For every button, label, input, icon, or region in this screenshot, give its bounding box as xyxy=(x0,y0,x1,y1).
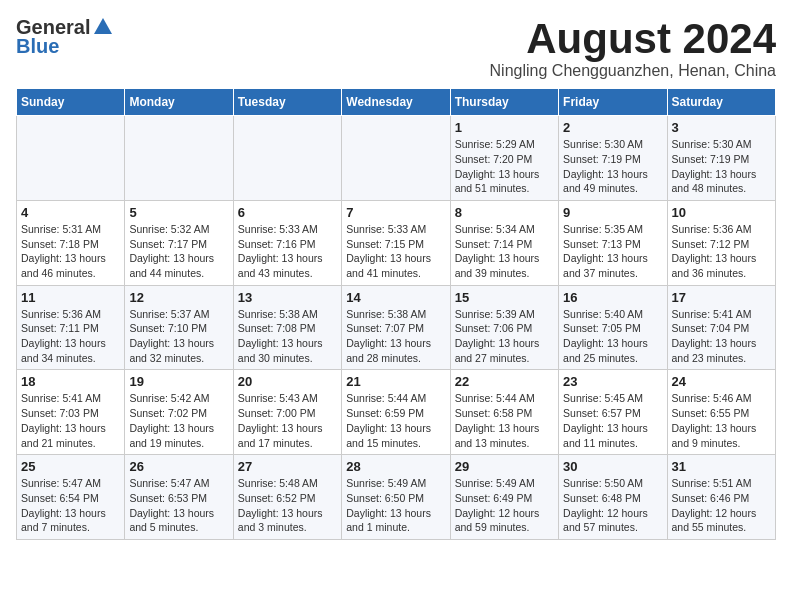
day-info: Sunrise: 5:34 AMSunset: 7:14 PMDaylight:… xyxy=(455,222,554,281)
calendar-cell: 16Sunrise: 5:40 AMSunset: 7:05 PMDayligh… xyxy=(559,285,667,370)
header-wednesday: Wednesday xyxy=(342,89,450,116)
logo: General Blue xyxy=(16,16,114,58)
day-info: Sunrise: 5:33 AMSunset: 7:16 PMDaylight:… xyxy=(238,222,337,281)
header-tuesday: Tuesday xyxy=(233,89,341,116)
header-monday: Monday xyxy=(125,89,233,116)
day-info: Sunrise: 5:35 AMSunset: 7:13 PMDaylight:… xyxy=(563,222,662,281)
calendar-cell: 31Sunrise: 5:51 AMSunset: 6:46 PMDayligh… xyxy=(667,455,775,540)
day-number: 13 xyxy=(238,290,337,305)
day-info: Sunrise: 5:41 AMSunset: 7:04 PMDaylight:… xyxy=(672,307,771,366)
svg-marker-0 xyxy=(94,18,112,34)
day-number: 11 xyxy=(21,290,120,305)
calendar-cell: 29Sunrise: 5:49 AMSunset: 6:49 PMDayligh… xyxy=(450,455,558,540)
day-info: Sunrise: 5:41 AMSunset: 7:03 PMDaylight:… xyxy=(21,391,120,450)
day-info: Sunrise: 5:49 AMSunset: 6:50 PMDaylight:… xyxy=(346,476,445,535)
calendar-week-1: 1Sunrise: 5:29 AMSunset: 7:20 PMDaylight… xyxy=(17,116,776,201)
header-saturday: Saturday xyxy=(667,89,775,116)
header-thursday: Thursday xyxy=(450,89,558,116)
day-info: Sunrise: 5:48 AMSunset: 6:52 PMDaylight:… xyxy=(238,476,337,535)
day-number: 3 xyxy=(672,120,771,135)
day-info: Sunrise: 5:51 AMSunset: 6:46 PMDaylight:… xyxy=(672,476,771,535)
header-sunday: Sunday xyxy=(17,89,125,116)
day-number: 5 xyxy=(129,205,228,220)
calendar-cell: 9Sunrise: 5:35 AMSunset: 7:13 PMDaylight… xyxy=(559,200,667,285)
day-number: 22 xyxy=(455,374,554,389)
calendar-week-4: 18Sunrise: 5:41 AMSunset: 7:03 PMDayligh… xyxy=(17,370,776,455)
calendar-cell: 1Sunrise: 5:29 AMSunset: 7:20 PMDaylight… xyxy=(450,116,558,201)
calendar-cell: 26Sunrise: 5:47 AMSunset: 6:53 PMDayligh… xyxy=(125,455,233,540)
day-info: Sunrise: 5:31 AMSunset: 7:18 PMDaylight:… xyxy=(21,222,120,281)
calendar-cell: 6Sunrise: 5:33 AMSunset: 7:16 PMDaylight… xyxy=(233,200,341,285)
calendar-cell: 18Sunrise: 5:41 AMSunset: 7:03 PMDayligh… xyxy=(17,370,125,455)
calendar-location: Ningling Chengguanzhen, Henan, China xyxy=(490,62,776,80)
day-number: 25 xyxy=(21,459,120,474)
day-number: 10 xyxy=(672,205,771,220)
calendar-cell: 3Sunrise: 5:30 AMSunset: 7:19 PMDaylight… xyxy=(667,116,775,201)
day-number: 29 xyxy=(455,459,554,474)
day-number: 27 xyxy=(238,459,337,474)
day-number: 16 xyxy=(563,290,662,305)
calendar-cell: 22Sunrise: 5:44 AMSunset: 6:58 PMDayligh… xyxy=(450,370,558,455)
day-info: Sunrise: 5:47 AMSunset: 6:54 PMDaylight:… xyxy=(21,476,120,535)
day-info: Sunrise: 5:43 AMSunset: 7:00 PMDaylight:… xyxy=(238,391,337,450)
calendar-week-5: 25Sunrise: 5:47 AMSunset: 6:54 PMDayligh… xyxy=(17,455,776,540)
calendar-title: August 2024 xyxy=(490,16,776,62)
day-info: Sunrise: 5:39 AMSunset: 7:06 PMDaylight:… xyxy=(455,307,554,366)
page-header: General Blue August 2024 Ningling Chengg… xyxy=(16,16,776,80)
day-info: Sunrise: 5:49 AMSunset: 6:49 PMDaylight:… xyxy=(455,476,554,535)
day-info: Sunrise: 5:38 AMSunset: 7:08 PMDaylight:… xyxy=(238,307,337,366)
calendar-cell: 25Sunrise: 5:47 AMSunset: 6:54 PMDayligh… xyxy=(17,455,125,540)
calendar-cell: 7Sunrise: 5:33 AMSunset: 7:15 PMDaylight… xyxy=(342,200,450,285)
day-info: Sunrise: 5:46 AMSunset: 6:55 PMDaylight:… xyxy=(672,391,771,450)
calendar-cell: 5Sunrise: 5:32 AMSunset: 7:17 PMDaylight… xyxy=(125,200,233,285)
calendar-cell: 14Sunrise: 5:38 AMSunset: 7:07 PMDayligh… xyxy=(342,285,450,370)
day-info: Sunrise: 5:33 AMSunset: 7:15 PMDaylight:… xyxy=(346,222,445,281)
day-info: Sunrise: 5:44 AMSunset: 6:59 PMDaylight:… xyxy=(346,391,445,450)
calendar-cell: 15Sunrise: 5:39 AMSunset: 7:06 PMDayligh… xyxy=(450,285,558,370)
calendar-cell: 27Sunrise: 5:48 AMSunset: 6:52 PMDayligh… xyxy=(233,455,341,540)
day-number: 19 xyxy=(129,374,228,389)
calendar-week-3: 11Sunrise: 5:36 AMSunset: 7:11 PMDayligh… xyxy=(17,285,776,370)
day-number: 12 xyxy=(129,290,228,305)
calendar-table: SundayMondayTuesdayWednesdayThursdayFrid… xyxy=(16,88,776,540)
day-number: 4 xyxy=(21,205,120,220)
day-info: Sunrise: 5:45 AMSunset: 6:57 PMDaylight:… xyxy=(563,391,662,450)
day-number: 17 xyxy=(672,290,771,305)
day-number: 8 xyxy=(455,205,554,220)
calendar-cell: 28Sunrise: 5:49 AMSunset: 6:50 PMDayligh… xyxy=(342,455,450,540)
calendar-cell: 13Sunrise: 5:38 AMSunset: 7:08 PMDayligh… xyxy=(233,285,341,370)
day-number: 30 xyxy=(563,459,662,474)
calendar-cell: 12Sunrise: 5:37 AMSunset: 7:10 PMDayligh… xyxy=(125,285,233,370)
day-info: Sunrise: 5:38 AMSunset: 7:07 PMDaylight:… xyxy=(346,307,445,366)
day-info: Sunrise: 5:36 AMSunset: 7:11 PMDaylight:… xyxy=(21,307,120,366)
day-info: Sunrise: 5:32 AMSunset: 7:17 PMDaylight:… xyxy=(129,222,228,281)
calendar-header-row: SundayMondayTuesdayWednesdayThursdayFrid… xyxy=(17,89,776,116)
day-number: 2 xyxy=(563,120,662,135)
day-info: Sunrise: 5:30 AMSunset: 7:19 PMDaylight:… xyxy=(563,137,662,196)
day-number: 24 xyxy=(672,374,771,389)
day-info: Sunrise: 5:37 AMSunset: 7:10 PMDaylight:… xyxy=(129,307,228,366)
day-number: 31 xyxy=(672,459,771,474)
day-info: Sunrise: 5:47 AMSunset: 6:53 PMDaylight:… xyxy=(129,476,228,535)
calendar-cell: 10Sunrise: 5:36 AMSunset: 7:12 PMDayligh… xyxy=(667,200,775,285)
day-number: 9 xyxy=(563,205,662,220)
day-number: 1 xyxy=(455,120,554,135)
day-number: 20 xyxy=(238,374,337,389)
calendar-cell: 4Sunrise: 5:31 AMSunset: 7:18 PMDaylight… xyxy=(17,200,125,285)
calendar-cell: 2Sunrise: 5:30 AMSunset: 7:19 PMDaylight… xyxy=(559,116,667,201)
calendar-cell: 11Sunrise: 5:36 AMSunset: 7:11 PMDayligh… xyxy=(17,285,125,370)
calendar-cell: 8Sunrise: 5:34 AMSunset: 7:14 PMDaylight… xyxy=(450,200,558,285)
day-info: Sunrise: 5:44 AMSunset: 6:58 PMDaylight:… xyxy=(455,391,554,450)
logo-blue: Blue xyxy=(16,35,59,58)
day-number: 7 xyxy=(346,205,445,220)
calendar-cell: 30Sunrise: 5:50 AMSunset: 6:48 PMDayligh… xyxy=(559,455,667,540)
header-friday: Friday xyxy=(559,89,667,116)
day-info: Sunrise: 5:30 AMSunset: 7:19 PMDaylight:… xyxy=(672,137,771,196)
calendar-cell: 17Sunrise: 5:41 AMSunset: 7:04 PMDayligh… xyxy=(667,285,775,370)
calendar-cell xyxy=(17,116,125,201)
day-number: 18 xyxy=(21,374,120,389)
day-number: 14 xyxy=(346,290,445,305)
calendar-week-2: 4Sunrise: 5:31 AMSunset: 7:18 PMDaylight… xyxy=(17,200,776,285)
calendar-cell: 21Sunrise: 5:44 AMSunset: 6:59 PMDayligh… xyxy=(342,370,450,455)
calendar-cell xyxy=(125,116,233,201)
